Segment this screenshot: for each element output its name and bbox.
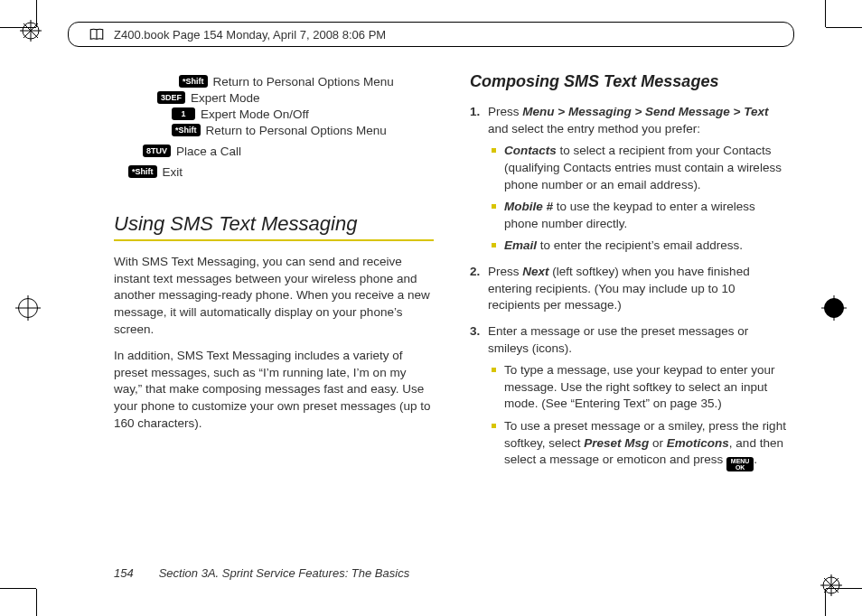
header-text: Z400.book Page 154 Monday, April 7, 2008… [114,28,386,42]
option-label: Mobile # [504,200,553,213]
crop-mark [826,27,862,28]
crop-mark [0,588,36,589]
body-paragraph: In addition, SMS Text Messaging includes… [114,348,434,432]
page-header-bar: Z400.book Page 154 Monday, April 7, 2008… [68,22,794,47]
key-icon: *Shift [172,124,201,136]
menu-ok-key-icon: MENUOK [726,457,754,471]
crop-mark [36,589,37,616]
registration-mark-icon [18,298,38,318]
registration-icon [820,574,842,596]
nav-chain: Menu > Messaging > Send Message > Text [522,105,768,118]
option-text: To type a message, use your keypad to en… [504,363,774,410]
step-item: Press Menu > Messaging > Send Message > … [470,104,790,255]
menu-label: Expert Mode On/Off [201,107,309,121]
menu-item: *Shift Exit [128,165,434,179]
bullet-item: Email to enter the recipient’s email add… [492,238,790,255]
menu-item: *Shift Return to Personal Options Menu [179,75,434,89]
menu-label: Exit [163,165,183,179]
page-content: *Shift Return to Personal Options Menu 3… [114,72,790,553]
menu-item: 1 Expert Mode On/Off [172,107,434,121]
step-item: Press Next (left softkey) when you have … [470,264,790,314]
steps-list: Press Menu > Messaging > Send Message > … [470,104,790,481]
key-icon: *Shift [179,75,208,88]
crop-mark [825,0,826,27]
softkey-label: Next [522,265,548,278]
option-text: or [649,436,667,450]
key-icon: 1 [172,107,195,120]
section-rule [114,239,434,241]
menu-label: Return to Personal Options Menu [213,75,394,89]
key-icon: 8TUV [143,145,171,157]
bullet-item: Contacts to select a recipient from your… [492,143,790,193]
page-footer: 154 Section 3A. Sprint Service Features:… [114,566,409,580]
option-label: Preset Msg [584,436,649,450]
book-icon [89,26,105,42]
subsection-heading: Composing SMS Text Messages [470,72,790,91]
step-text: and select the entry method you prefer: [488,122,700,135]
option-text: . [754,453,757,466]
menu-item: *Shift Return to Personal Options Menu [172,124,434,137]
option-label: Emoticons [667,436,729,450]
step-text: Press [488,265,522,278]
menu-item: 8TUV Place a Call [143,145,434,158]
bullet-item: Mobile # to use the keypad to enter a wi… [492,199,790,232]
key-icon: *Shift [128,165,157,178]
section-heading: Using SMS Text Messaging [114,212,434,236]
step-text: Enter a message or use the preset messag… [488,324,748,355]
registration-icon [20,20,42,42]
page-number: 154 [114,566,134,580]
option-label: Contacts [504,144,557,157]
menu-item: 3DEF Expert Mode [157,91,434,105]
option-label: Email [504,238,537,252]
step-item: Enter a message or use the preset messag… [470,323,790,471]
body-paragraph: With SMS Text Messaging, you can send an… [114,254,434,338]
key-icon: 3DEF [157,91,185,104]
footer-section: Section 3A. Sprint Service Features: The… [159,566,409,580]
menu-label: Place a Call [176,145,241,158]
right-column: Composing SMS Text Messages Press Menu >… [470,72,790,553]
menu-tree: *Shift Return to Personal Options Menu 3… [114,72,434,182]
menu-label: Expert Mode [191,91,260,105]
bullet-item: To use a preset message or a smiley, pre… [492,418,790,471]
registration-mark-icon [824,298,844,318]
step-text: Press [488,105,522,118]
left-column: *Shift Return to Personal Options Menu 3… [114,72,434,553]
bullet-item: To type a message, use your keypad to en… [492,362,790,413]
option-text: to enter the recipient’s email address. [537,238,743,252]
menu-label: Return to Personal Options Menu [206,124,387,137]
